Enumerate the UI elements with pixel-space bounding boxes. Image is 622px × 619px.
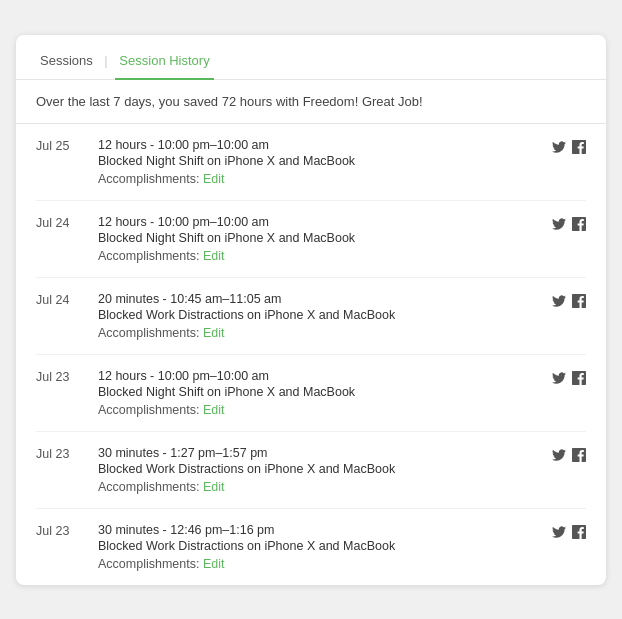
facebook-icon[interactable] [572,371,586,388]
session-time: 30 minutes - 12:46 pm–1:16 pm [98,523,536,537]
twitter-icon[interactable] [552,371,566,388]
session-row: Jul 2312 hours - 10:00 pm–10:00 amBlocke… [36,355,586,432]
accomplishments-label: Accomplishments: [98,480,203,494]
edit-link[interactable]: Edit [203,172,225,186]
session-date: Jul 23 [36,369,82,384]
session-time: 12 hours - 10:00 pm–10:00 am [98,369,536,383]
summary-banner: Over the last 7 days, you saved 72 hours… [16,80,606,124]
twitter-icon[interactable] [552,525,566,542]
session-row: Jul 2512 hours - 10:00 pm–10:00 amBlocke… [36,124,586,201]
session-device: Blocked Night Shift on iPhone X and MacB… [98,231,536,245]
session-accomplishments: Accomplishments: Edit [98,557,536,571]
twitter-icon[interactable] [552,294,566,311]
edit-link[interactable]: Edit [203,480,225,494]
session-device: Blocked Work Distractions on iPhone X an… [98,462,536,476]
session-date: Jul 24 [36,215,82,230]
session-actions [552,369,586,388]
session-time: 12 hours - 10:00 pm–10:00 am [98,215,536,229]
session-row: Jul 2330 minutes - 1:27 pm–1:57 pmBlocke… [36,432,586,509]
facebook-icon[interactable] [572,217,586,234]
edit-link[interactable]: Edit [203,249,225,263]
session-date: Jul 23 [36,446,82,461]
session-row: Jul 2420 minutes - 10:45 am–11:05 amBloc… [36,278,586,355]
twitter-icon[interactable] [552,140,566,157]
tab-sessions[interactable]: Sessions [36,47,97,80]
tab-bar: Sessions | Session History [16,35,606,80]
session-device: Blocked Night Shift on iPhone X and MacB… [98,154,536,168]
edit-link[interactable]: Edit [203,326,225,340]
accomplishments-label: Accomplishments: [98,403,203,417]
session-info: 30 minutes - 1:27 pm–1:57 pmBlocked Work… [98,446,536,494]
facebook-icon[interactable] [572,525,586,542]
session-info: 20 minutes - 10:45 am–11:05 amBlocked Wo… [98,292,536,340]
session-date: Jul 24 [36,292,82,307]
session-info: 12 hours - 10:00 pm–10:00 amBlocked Nigh… [98,369,536,417]
session-actions [552,446,586,465]
edit-link[interactable]: Edit [203,403,225,417]
session-time: 12 hours - 10:00 pm–10:00 am [98,138,536,152]
session-device: Blocked Night Shift on iPhone X and MacB… [98,385,536,399]
session-device: Blocked Work Distractions on iPhone X an… [98,308,536,322]
session-info: 30 minutes - 12:46 pm–1:16 pmBlocked Wor… [98,523,536,571]
session-list: Jul 2512 hours - 10:00 pm–10:00 amBlocke… [16,124,606,585]
session-date: Jul 25 [36,138,82,153]
session-accomplishments: Accomplishments: Edit [98,480,536,494]
session-actions [552,292,586,311]
accomplishments-label: Accomplishments: [98,326,203,340]
session-date: Jul 23 [36,523,82,538]
session-accomplishments: Accomplishments: Edit [98,249,536,263]
facebook-icon[interactable] [572,294,586,311]
accomplishments-label: Accomplishments: [98,172,203,186]
session-accomplishments: Accomplishments: Edit [98,326,536,340]
session-info: 12 hours - 10:00 pm–10:00 amBlocked Nigh… [98,138,536,186]
session-accomplishments: Accomplishments: Edit [98,403,536,417]
tab-session-history[interactable]: Session History [115,47,213,80]
session-actions [552,138,586,157]
accomplishments-label: Accomplishments: [98,557,203,571]
session-actions [552,523,586,542]
session-device: Blocked Work Distractions on iPhone X an… [98,539,536,553]
session-accomplishments: Accomplishments: Edit [98,172,536,186]
edit-link[interactable]: Edit [203,557,225,571]
facebook-icon[interactable] [572,448,586,465]
session-time: 20 minutes - 10:45 am–11:05 am [98,292,536,306]
accomplishments-label: Accomplishments: [98,249,203,263]
facebook-icon[interactable] [572,140,586,157]
twitter-icon[interactable] [552,448,566,465]
session-info: 12 hours - 10:00 pm–10:00 amBlocked Nigh… [98,215,536,263]
session-row: Jul 2330 minutes - 12:46 pm–1:16 pmBlock… [36,509,586,585]
session-actions [552,215,586,234]
session-time: 30 minutes - 1:27 pm–1:57 pm [98,446,536,460]
tab-separator: | [97,47,116,79]
twitter-icon[interactable] [552,217,566,234]
session-row: Jul 2412 hours - 10:00 pm–10:00 amBlocke… [36,201,586,278]
card: Sessions | Session History Over the last… [16,35,606,585]
